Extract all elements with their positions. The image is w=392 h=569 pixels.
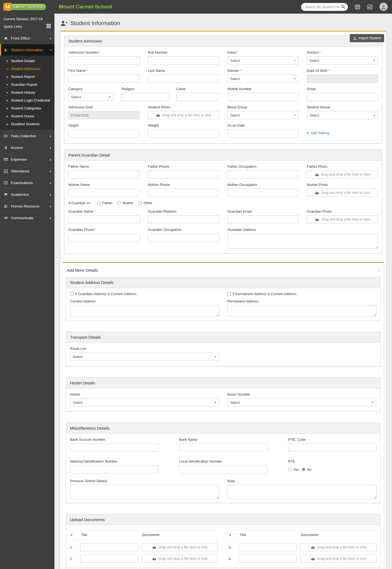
last-name-input[interactable] <box>148 75 219 83</box>
guardian-email-input[interactable] <box>227 215 299 224</box>
sidebar-item-student-information[interactable]: Student Information ‹ <box>0 44 54 56</box>
sidebar-sub-guardian-report[interactable]: »Guardian Report <box>0 81 54 88</box>
mobile-number-input[interactable] <box>228 93 299 101</box>
grid-icon[interactable] <box>47 24 51 29</box>
student-house-select[interactable]: Select▼ <box>307 111 378 119</box>
sidebar-sub-student-report[interactable]: »Student Report <box>0 73 54 81</box>
student-photo-dropzone[interactable]: Drag and drop a file here or click <box>148 111 219 119</box>
add-sibling-link[interactable]: +Add Sibling <box>307 123 378 135</box>
current-address-textarea[interactable] <box>70 305 219 317</box>
hostel-select[interactable]: Select▼ <box>70 398 219 406</box>
guardian-is-father-radio[interactable]: Father <box>97 201 112 205</box>
blood-group-select[interactable]: Select▼ <box>227 111 299 119</box>
sidebar-sub-disabled-students[interactable]: »Disabled Students <box>0 120 54 128</box>
sidebar-sub-student-history[interactable]: »Student History <box>0 88 54 96</box>
cloud-upload-icon <box>156 114 160 117</box>
route-list-select[interactable]: Select▼ <box>70 353 219 361</box>
caste-input[interactable] <box>176 93 219 101</box>
bank-account-number-input[interactable] <box>70 443 158 452</box>
bank-name-input[interactable] <box>179 443 268 452</box>
admission-number-input[interactable] <box>68 56 140 65</box>
height-input[interactable] <box>68 129 140 137</box>
father-phone-input[interactable] <box>148 170 219 179</box>
roll-number-input[interactable] <box>148 56 219 65</box>
category-select[interactable]: Select▼ <box>68 93 114 101</box>
sidebar-item-expenses[interactable]: Expenses ‹ <box>0 153 54 165</box>
class-select[interactable]: Select▼ <box>227 56 299 65</box>
user-avatar[interactable] <box>379 3 388 11</box>
field-weight: Weight <box>148 123 219 137</box>
guardian-occupation-input[interactable] <box>148 234 220 242</box>
document-4-title-input[interactable] <box>239 555 297 563</box>
document-4-dropzone[interactable]: Drag and drop a file here or click <box>301 555 376 563</box>
weight-input[interactable] <box>148 129 219 137</box>
sidebar-sub-student-categories[interactable]: »Student Categories <box>0 104 54 112</box>
guardian-relation-input[interactable] <box>148 215 219 224</box>
as-on-date-input[interactable] <box>227 129 299 137</box>
caret-down-icon: ▼ <box>109 96 111 98</box>
sidebar-item-fees-collection[interactable]: Fees Collection ‹ <box>0 130 54 142</box>
rte-yes-radio[interactable]: Yes <box>288 467 299 472</box>
document-1-title-input[interactable] <box>80 543 138 551</box>
sidebar-item-income[interactable]: $ Income ‹ <box>0 142 54 153</box>
sidebar-sub-student-house[interactable]: »Student House <box>0 112 54 120</box>
father-photo-dropzone[interactable]: Drag and drop a file here or click <box>307 170 378 179</box>
document-1-dropzone[interactable]: Drag and drop a file here or click <box>142 543 218 551</box>
mother-name-input[interactable] <box>68 189 140 197</box>
megaphone-icon <box>4 216 8 220</box>
ifsc-code-input[interactable] <box>288 443 376 452</box>
field-as-on-date: As on Date <box>227 123 299 137</box>
sidebar-item-human-resource[interactable]: Human Resource ‹ <box>0 200 54 212</box>
guardian-name-input[interactable] <box>68 215 140 224</box>
document-3-title-input[interactable] <box>239 543 297 551</box>
guardian-photo-dropzone[interactable]: Drag and drop a file here or click <box>307 215 378 224</box>
religion-input[interactable] <box>122 93 168 101</box>
section-select[interactable]: Select▼ <box>307 56 378 65</box>
gender-select[interactable]: Select▼ <box>227 75 299 83</box>
calendar-icon[interactable] <box>355 4 360 10</box>
rte-no-radio[interactable]: No <box>302 467 312 472</box>
guardian-phone-input[interactable] <box>68 234 140 242</box>
sidebar-sub-student-login-credential[interactable]: »Student Login Credential <box>0 96 54 104</box>
first-name-input[interactable] <box>68 75 140 83</box>
calendar-check-icon <box>4 169 8 173</box>
permanent-address-is-current-checkbox[interactable]: If Permanent Address is Current Address <box>227 292 376 296</box>
app-logo[interactable]: SMART SCHOOL <box>0 3 54 11</box>
room-number-select[interactable]: Select▼ <box>227 398 376 406</box>
sidebar-item-front-office[interactable]: Front Office ‹ <box>0 32 54 44</box>
add-more-details-title: Add More Details <box>67 268 98 273</box>
guardian-is-mother-radio[interactable]: Mother <box>117 201 133 205</box>
document-2-dropzone[interactable]: Drag and drop a file here or click <box>142 555 218 563</box>
note-textarea[interactable] <box>227 485 376 499</box>
sidebar-item-academics[interactable]: Academics ‹ <box>0 188 54 200</box>
national-id-input[interactable] <box>70 465 158 473</box>
local-id-input[interactable] <box>179 465 268 473</box>
sidebar-item-attendance[interactable]: Attendance ‹ <box>0 165 54 177</box>
previous-school-textarea[interactable] <box>70 485 219 499</box>
collapse-minus-icon[interactable]: – <box>378 268 380 273</box>
mother-photo-dropzone[interactable]: Drag and drop a file here or click <box>307 189 378 197</box>
mother-occupation-input[interactable] <box>227 189 299 197</box>
field-first-name: First Name* <box>68 69 140 83</box>
graduation-cap-icon <box>4 192 8 197</box>
import-student-button[interactable]: Import Student <box>350 34 384 42</box>
email-input[interactable] <box>307 93 378 101</box>
plus-icon: + <box>307 131 309 135</box>
father-occupation-input[interactable] <box>227 170 299 179</box>
guardian-is-other-radio[interactable]: Other <box>138 201 152 205</box>
sidebar-item-examinations[interactable]: Examinations ‹ <box>0 177 54 188</box>
search-icon[interactable] <box>341 5 345 10</box>
guardian-address-is-current-checkbox[interactable]: If Guardian Address is Current Address <box>70 292 219 296</box>
sidebar-item-communicate[interactable]: Communicate ‹ <box>0 212 54 224</box>
admission-date-input[interactable] <box>68 111 140 119</box>
sidebar-sub-student-admission[interactable]: »Student Admission <box>0 65 54 73</box>
permanent-address-textarea[interactable] <box>227 305 376 317</box>
guardian-address-textarea[interactable] <box>228 234 378 249</box>
document-2-title-input[interactable] <box>80 555 138 563</box>
father-name-input[interactable] <box>68 170 140 179</box>
date-of-birth-input[interactable] <box>307 75 378 83</box>
sidebar-sub-student-details[interactable]: »Student Details <box>0 57 54 65</box>
document-3-dropzone[interactable]: Drag and drop a file here or click <box>301 543 376 551</box>
mother-phone-input[interactable] <box>148 189 219 197</box>
tasks-icon[interactable] <box>367 4 372 10</box>
